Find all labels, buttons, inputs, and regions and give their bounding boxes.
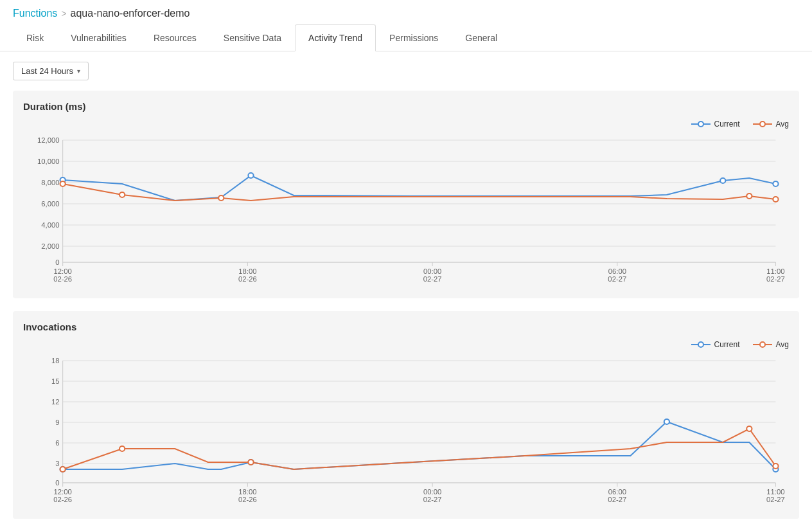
svg-text:10,000: 10,000 [37, 158, 60, 165]
svg-text:06:00: 06:00 [608, 488, 626, 496]
svg-point-3 [760, 122, 765, 127]
tab-general[interactable]: General [452, 24, 511, 51]
invocations-chart-title: Invocations [23, 321, 789, 332]
functions-link[interactable]: Functions [13, 8, 57, 19]
svg-point-68 [60, 467, 66, 472]
invocations-chart-legend: Current Avg [23, 340, 789, 349]
svg-text:11:00: 11:00 [766, 488, 784, 496]
svg-point-28 [773, 197, 778, 202]
svg-point-47 [760, 342, 765, 347]
svg-text:02-27: 02-27 [766, 275, 785, 283]
svg-text:3: 3 [55, 460, 59, 467]
svg-text:02-26: 02-26 [53, 496, 72, 503]
legend-avg-duration: Avg [753, 120, 789, 129]
duration-chart-area: 12,000 10,000 8,000 6,000 4,000 2,000 0 [23, 134, 789, 288]
svg-text:12:00: 12:00 [54, 267, 72, 275]
breadcrumb: Functions > aqua-nano-enforcer-demo [0, 0, 812, 19]
svg-text:02-26: 02-26 [53, 275, 72, 283]
svg-text:8,000: 8,000 [41, 179, 59, 186]
chevron-down-icon: ▾ [77, 68, 80, 75]
svg-point-66 [664, 419, 669, 424]
svg-point-25 [119, 192, 125, 197]
svg-text:12: 12 [51, 398, 60, 406]
svg-text:0: 0 [55, 479, 59, 487]
svg-text:00:00: 00:00 [423, 488, 441, 496]
breadcrumb-separator: > [61, 8, 66, 19]
tab-activity-trend[interactable]: Activity Trend [295, 24, 376, 51]
svg-text:2,000: 2,000 [41, 242, 59, 250]
svg-text:02-27: 02-27 [608, 275, 626, 283]
svg-text:18:00: 18:00 [238, 488, 256, 496]
legend-current-label: Current [714, 120, 740, 129]
legend-current-invocations: Current [691, 340, 740, 349]
svg-text:4,000: 4,000 [41, 221, 59, 229]
svg-text:02-27: 02-27 [766, 496, 785, 503]
page-title: aqua-nano-enforcer-demo [71, 8, 190, 19]
svg-text:6,000: 6,000 [41, 200, 59, 208]
legend-current-inv-label: Current [714, 340, 740, 349]
svg-text:06:00: 06:00 [608, 267, 626, 275]
svg-point-45 [698, 342, 703, 347]
tab-bar: Risk Vulnerabilities Resources Sensitive… [0, 24, 812, 51]
tab-vulnerabilities[interactable]: Vulnerabilities [57, 24, 140, 51]
invocations-chart-section: Invocations Current Avg 18 [13, 311, 799, 519]
svg-point-21 [248, 173, 253, 178]
svg-text:02-26: 02-26 [238, 275, 257, 283]
invocations-chart-area: 18 15 12 9 6 3 0 [23, 354, 789, 509]
controls-bar: Last 24 Hours ▾ [0, 51, 812, 91]
legend-avg-inv-label: Avg [776, 340, 789, 349]
duration-chart-title: Duration (ms) [23, 101, 789, 112]
svg-point-70 [248, 460, 253, 465]
svg-text:02-26: 02-26 [238, 496, 257, 503]
svg-point-72 [773, 464, 778, 469]
svg-text:18: 18 [51, 357, 60, 364]
svg-point-71 [746, 426, 752, 431]
svg-point-26 [218, 195, 224, 201]
legend-current-duration: Current [691, 120, 740, 129]
legend-avg-label: Avg [776, 120, 789, 129]
svg-text:02-27: 02-27 [423, 496, 442, 503]
svg-point-23 [773, 181, 778, 186]
svg-text:15: 15 [51, 377, 60, 385]
tab-risk[interactable]: Risk [13, 24, 57, 51]
svg-text:11:00: 11:00 [766, 267, 784, 275]
duration-chart-section: Duration (ms) Current Avg 12,000 10,0 [13, 91, 799, 298]
duration-chart-legend: Current Avg [23, 120, 789, 129]
svg-point-24 [60, 181, 66, 186]
svg-text:12:00: 12:00 [54, 488, 72, 496]
svg-text:9: 9 [55, 419, 59, 426]
time-range-dropdown[interactable]: Last 24 Hours ▾ [13, 62, 89, 80]
tab-permissions[interactable]: Permissions [376, 24, 452, 51]
svg-text:02-27: 02-27 [608, 496, 626, 503]
svg-text:0: 0 [55, 258, 59, 266]
svg-text:6: 6 [55, 439, 59, 447]
svg-text:12,000: 12,000 [37, 136, 60, 144]
svg-point-1 [698, 122, 703, 127]
svg-text:18:00: 18:00 [238, 267, 256, 275]
legend-avg-invocations: Avg [753, 340, 789, 349]
svg-point-27 [746, 194, 752, 199]
time-range-label: Last 24 Hours [21, 66, 73, 76]
svg-text:02-27: 02-27 [423, 275, 442, 283]
svg-point-22 [720, 178, 725, 183]
svg-text:00:00: 00:00 [423, 267, 441, 275]
tab-sensitive-data[interactable]: Sensitive Data [210, 24, 295, 51]
tab-resources[interactable]: Resources [140, 24, 210, 51]
svg-point-69 [119, 446, 125, 451]
